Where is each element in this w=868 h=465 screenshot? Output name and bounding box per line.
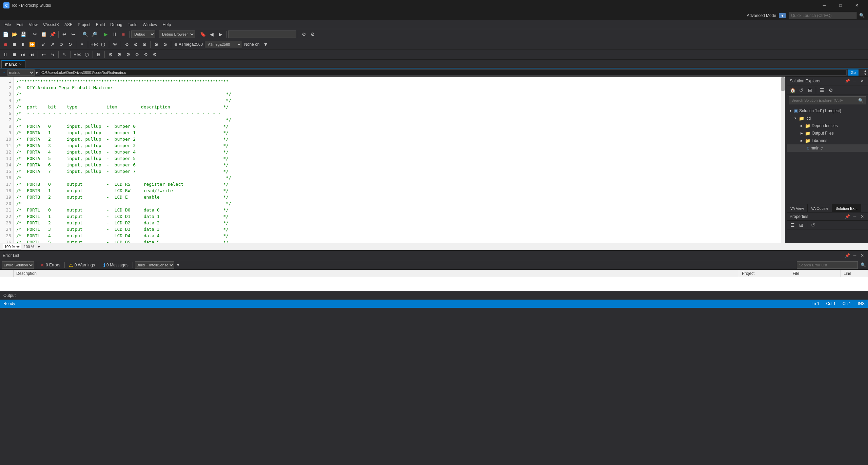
tb-open[interactable]: 📂	[10, 30, 18, 38]
tb-dbg-out[interactable]: ↗	[48, 40, 57, 48]
tree-item-mainc[interactable]: C main.c	[787, 144, 868, 152]
tb-dbg-extra2[interactable]: ⚙	[132, 40, 140, 48]
tb3-extra3[interactable]: ⚙	[124, 50, 132, 59]
menu-debug[interactable]: Debug	[107, 20, 125, 29]
tb-dbg-extra4[interactable]: ⚙	[152, 40, 160, 48]
tb-dbg-reset[interactable]: ↻	[66, 40, 74, 48]
menu-project[interactable]: Project	[75, 20, 93, 29]
tb-save[interactable]: 💾	[19, 30, 27, 38]
tb-hex[interactable]: ⬡	[99, 40, 107, 48]
prop-tb2[interactable]: ⊞	[797, 221, 805, 229]
se-tab-vaview[interactable]: VA View	[787, 204, 808, 212]
tree-item-outputfiles[interactable]: ▶ 📁 Output Files	[787, 129, 868, 137]
se-minimize-button[interactable]: ─	[852, 78, 858, 84]
tb-prev-bookmark[interactable]: ◀	[208, 30, 216, 38]
tb-none-on-arrow[interactable]: ▼	[262, 40, 270, 48]
se-pin-button[interactable]: 📌	[844, 78, 850, 84]
debug-browser-dropdown[interactable]: Debug Browser	[159, 31, 195, 38]
menu-edit[interactable]: Edit	[14, 20, 26, 29]
prop-pin[interactable]: 📌	[844, 214, 850, 220]
se-search[interactable]: 🔍	[789, 96, 866, 104]
se-home[interactable]: 🏠	[788, 86, 796, 94]
tb-bookmark[interactable]: 🔖	[199, 30, 207, 38]
tb3-btn6[interactable]: ↪	[48, 50, 57, 59]
tb3-cursor[interactable]: ↖	[60, 50, 68, 59]
tb3-btn3[interactable]: ⏭	[19, 50, 27, 59]
tb-dbg-stop[interactable]: ⏹	[10, 40, 18, 48]
build-dropdown[interactable]: Build + IntelliSense	[135, 261, 174, 269]
close-button[interactable]: ✕	[849, 0, 865, 11]
se-tab-solution[interactable]: Solution Ex...	[832, 204, 861, 212]
tb-extra2[interactable]: ⚙	[309, 30, 317, 38]
tb-cut[interactable]: ✂	[31, 30, 39, 38]
mcu-dropdown[interactable]: ATmega2560	[205, 41, 242, 48]
tb-dbg-extra1[interactable]: ⚙	[123, 40, 131, 48]
menu-view[interactable]: View	[26, 20, 40, 29]
tb3-btn4[interactable]: ⏮	[28, 50, 36, 59]
tb3-extra1[interactable]: ⚙	[106, 50, 115, 59]
minimize-button[interactable]: ─	[816, 0, 832, 11]
tb-dbg-step-over[interactable]: ⏩	[28, 40, 36, 48]
menu-build[interactable]: Build	[93, 20, 108, 29]
tb-undo[interactable]: ↩	[60, 30, 68, 38]
el-close[interactable]: ✕	[859, 252, 865, 259]
prop-close[interactable]: ✕	[859, 214, 865, 220]
tb-findall[interactable]: 🔎	[90, 30, 98, 38]
code-content[interactable]: /***************************************…	[14, 77, 781, 243]
zoom-dropdown[interactable]: 100 % 75 % 150 %	[3, 244, 21, 250]
scrollbar-vertical[interactable]	[781, 77, 785, 243]
tab-close-icon[interactable]: ✕	[19, 62, 22, 66]
tb3-extra2[interactable]: ⚙	[115, 50, 123, 59]
tree-project[interactable]: ▼ 📁 lcd	[787, 115, 868, 122]
build-dropdown-arrow[interactable]: ▼	[176, 263, 180, 267]
tb-pause[interactable]: ⏸	[111, 30, 119, 38]
tab-main-c[interactable]: main.c ✕	[1, 60, 25, 68]
tb-extra1[interactable]: ⚙	[300, 30, 308, 38]
tb-next-bookmark[interactable]: ▶	[216, 30, 224, 38]
command-input[interactable]	[228, 31, 296, 38]
tb3-extra4[interactable]: ⚙	[133, 50, 141, 59]
maximize-button[interactable]: □	[833, 0, 848, 11]
tree-item-libraries[interactable]: ▶ 📁 Libraries	[787, 137, 868, 144]
prop-tb1[interactable]: ☰	[788, 221, 796, 229]
se-close-button[interactable]: ✕	[859, 78, 865, 84]
tb-paste[interactable]: 📌	[48, 30, 57, 38]
tb3-display[interactable]: 🖥	[95, 50, 103, 59]
tb-dbg-restart[interactable]: ↺	[57, 40, 65, 48]
tb-find[interactable]: 🔍	[81, 30, 89, 38]
tb-copy[interactable]: 📋	[40, 30, 48, 38]
el-search-input[interactable]	[797, 261, 858, 269]
menu-file[interactable]: File	[2, 20, 14, 29]
el-messages-badge[interactable]: ℹ 0 Messages	[101, 262, 131, 268]
prop-min[interactable]: ─	[852, 214, 858, 220]
tb-new[interactable]: 📄	[1, 30, 9, 38]
debug-config-dropdown[interactable]: Debug Release	[131, 31, 155, 38]
tb-redo[interactable]: ↪	[69, 30, 77, 38]
zoom-expand[interactable]: ▼	[37, 245, 41, 249]
tb-watch[interactable]: 👁	[111, 40, 119, 48]
se-collapse[interactable]: ⊟	[806, 86, 814, 94]
tb-dbg-pause[interactable]: ⏸	[19, 40, 27, 48]
se-filter[interactable]: ☰	[818, 86, 826, 94]
tb-dbg-cursor[interactable]: ⌖	[78, 40, 86, 48]
se-search-input[interactable]	[791, 98, 857, 102]
tb-dbg-in[interactable]: ↙	[40, 40, 48, 48]
quick-launch-input[interactable]	[789, 12, 856, 19]
path-scroll-down[interactable]: ▼	[861, 73, 868, 76]
tb3-extra5[interactable]: ⚙	[142, 50, 150, 59]
tb3-btn5[interactable]: ↩	[40, 50, 48, 59]
menu-tools[interactable]: Tools	[125, 20, 140, 29]
tb3-extra6[interactable]: ⚙	[151, 50, 159, 59]
menu-window[interactable]: Window	[140, 20, 160, 29]
tb3-btn2[interactable]: ⏹	[10, 50, 18, 59]
tb-dbg-record[interactable]: ⏺	[1, 40, 9, 48]
scrollbar-thumb[interactable]	[781, 77, 785, 91]
tb-dbg-extra5[interactable]: ⚙	[161, 40, 169, 48]
se-extra[interactable]: ⚙	[827, 86, 835, 94]
menu-vassistx[interactable]: VAssistX	[40, 20, 62, 29]
scope-dropdown[interactable]: Entire Solution	[2, 261, 34, 269]
se-refresh[interactable]: ↺	[797, 86, 805, 94]
tb3-hex-toggle[interactable]: ⬡	[83, 50, 91, 59]
tree-solution[interactable]: ▼ ▣ Solution 'lcd' (1 project)	[787, 107, 868, 115]
el-warnings-badge[interactable]: ⚠ 0 Warnings	[67, 262, 97, 268]
